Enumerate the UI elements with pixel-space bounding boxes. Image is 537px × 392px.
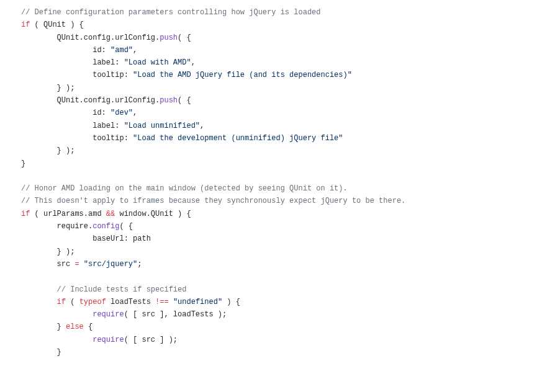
code-text xyxy=(21,310,93,319)
code-text: ( { xyxy=(178,96,191,105)
code-text: } xyxy=(21,159,25,168)
code-text: ; xyxy=(137,260,142,269)
code-text: } xyxy=(21,348,61,357)
string: "dev" xyxy=(111,109,133,117)
code-text: id: xyxy=(21,109,111,117)
code-text: loadTests xyxy=(106,298,155,306)
fn-push: push xyxy=(160,96,178,105)
fn-config: config xyxy=(93,222,119,231)
keyword-if: if xyxy=(21,210,30,218)
fn-push: push xyxy=(160,33,178,42)
code-text: } xyxy=(21,323,66,331)
string: "src/jquery" xyxy=(84,260,137,269)
code-text xyxy=(79,260,84,269)
code-text: id: xyxy=(21,46,111,55)
code-text: baseUrl: path xyxy=(21,234,151,243)
code-text: ( xyxy=(66,298,79,306)
operator: && xyxy=(106,210,115,218)
string: "Load with AMD" xyxy=(124,58,191,67)
code-text: ( QUnit ) { xyxy=(30,20,83,29)
comment: // This doesn't apply to iframes because… xyxy=(21,197,405,205)
operator: !== xyxy=(155,298,169,306)
fn-require: require xyxy=(93,310,124,319)
fn-require: require xyxy=(93,336,124,344)
code-text: QUnit.config.urlConfig. xyxy=(21,33,160,42)
code-text: src xyxy=(21,260,74,269)
code-text: tooltip: xyxy=(21,134,133,143)
code-text xyxy=(21,336,93,344)
keyword-typeof: typeof xyxy=(79,298,106,306)
string: "amd" xyxy=(111,46,133,55)
code-text: } ); xyxy=(21,84,74,92)
code-text xyxy=(169,298,173,306)
code-text: ( [ src ], loadTests ); xyxy=(124,310,227,319)
code-text: , xyxy=(133,46,137,55)
code-text: window.QUnit ) { xyxy=(115,210,191,218)
string: "undefined" xyxy=(173,298,222,306)
code-text: QUnit.config.urlConfig. xyxy=(21,96,160,105)
code-text: , xyxy=(200,122,204,130)
string: "Load unminified" xyxy=(124,122,200,130)
code-text xyxy=(21,298,57,306)
string: "Load the AMD jQuery file (and its depen… xyxy=(133,71,352,79)
code-text: } ); xyxy=(21,146,74,155)
code-text: label: xyxy=(21,122,124,130)
code-text xyxy=(21,285,57,294)
code-text: label: xyxy=(21,58,124,67)
string: "Load the development (unminified) jQuer… xyxy=(133,134,343,143)
code-block: // Define configuration parameters contr… xyxy=(0,0,537,365)
code-text: , xyxy=(191,58,196,67)
comment: // Include tests if specified xyxy=(57,285,187,294)
comment: // Honor AMD loading on the main window … xyxy=(21,184,348,193)
blank-line xyxy=(21,172,25,180)
keyword-else: else xyxy=(66,323,84,331)
code-text: tooltip: xyxy=(21,71,133,79)
keyword-if: if xyxy=(57,298,66,306)
comment: // Define configuration parameters contr… xyxy=(21,8,320,17)
code-text: ) { xyxy=(222,298,240,306)
blank-line xyxy=(21,272,25,281)
code-text: ( urlParams.amd xyxy=(30,210,106,218)
code-text: , xyxy=(133,109,137,117)
code-text: { xyxy=(84,323,93,331)
code-text: ( { xyxy=(119,222,133,231)
code-text: ( { xyxy=(178,33,191,42)
code-text: } ); xyxy=(21,247,74,256)
code-text: ( [ src ] ); xyxy=(124,336,178,344)
keyword-if: if xyxy=(21,20,30,29)
operator: = xyxy=(74,260,79,269)
code-text: require. xyxy=(21,222,93,231)
